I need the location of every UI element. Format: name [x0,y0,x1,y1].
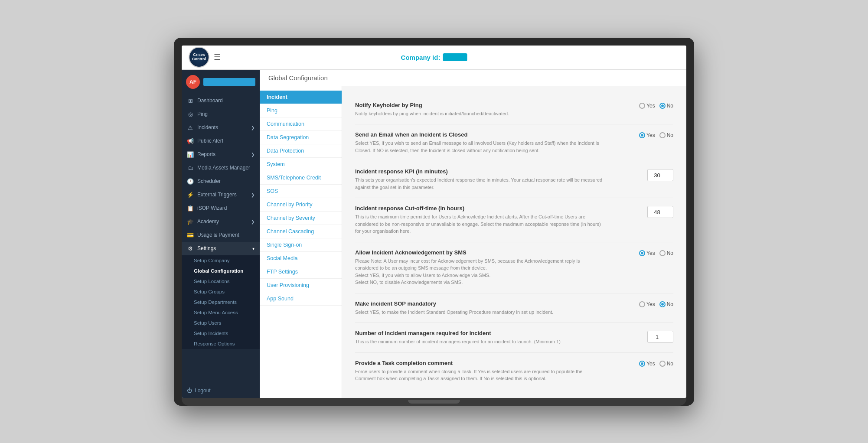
sidebar-item-scheduler[interactable]: 🕐 Scheduler [182,175,260,188]
radio-yes-sop-mandatory[interactable]: Yes [639,301,655,307]
input-cutoff-time[interactable] [647,206,673,218]
hamburger-icon[interactable]: ☰ [214,52,221,62]
sidebar-label-incidents: Incidents [197,124,218,130]
media-assets-icon: 🗂 [187,165,194,171]
subnav-setup-locations[interactable]: Setup Locations [182,276,260,287]
config-desc-response-kpi: This sets your organisation's expected I… [355,176,604,191]
config-text-ack-sms: Allow Incident Acknowledgement by SMS Pl… [355,249,604,286]
config-menu-app-sound[interactable]: App Sound [260,292,342,306]
radio-no-sop-mandatory[interactable]: No [659,301,673,307]
academy-arrow: ❯ [251,219,255,224]
config-text-cutoff-time: Incident response Cut-off-time (in hours… [355,205,604,235]
radio-no-notify-keyholder[interactable]: No [659,103,673,109]
config-menu-communication[interactable]: Communication [260,117,342,131]
config-menu-channel-cascading[interactable]: Channel Cascading [260,225,342,238]
config-row-cutoff-time: Incident response Cut-off-time (in hours… [355,198,673,242]
config-menu-data-segregation[interactable]: Data Segregation [260,131,342,144]
settings-arrow: ▾ [252,246,255,251]
logout-button[interactable]: ⏻ Logout [187,388,255,394]
sidebar-item-isop-wizard[interactable]: 📋 iSOP Wizard [182,202,260,215]
subnav-response-options[interactable]: Response Options [182,339,260,349]
config-control-task-comment: Yes No [613,360,673,367]
config-title-task-comment: Provide a Task completion comment [355,360,604,366]
config-menu-social-media[interactable]: Social Media [260,252,342,265]
radio-no-ack-sms[interactable]: No [659,250,673,256]
radio-btn-no-task-comment[interactable] [659,361,666,367]
config-text-managers-required: Number of incident managers required for… [355,330,604,345]
sidebar-item-public-alert[interactable]: 📢 Public Alert [182,134,260,148]
company-id-area: Company Id: [401,53,467,61]
content-area: Global Configuration Incident Ping Commu… [260,70,686,398]
main-layout: AF ⊞ Dashboard ◎ Ping ⚠ Incidents [182,70,686,398]
subnav-global-configuration[interactable]: Global Configuration [182,266,260,276]
sidebar-item-usage-payment[interactable]: 💳 Usage & Payment [182,228,260,242]
radio-yes-email-closed[interactable]: Yes [639,132,655,138]
sidebar-item-dashboard[interactable]: ⊞ Dashboard [182,94,260,107]
settings-icon: ⚙ [187,245,194,252]
sidebar-item-external-triggers[interactable]: ⚡ External Triggers ❯ [182,188,260,202]
radio-btn-yes-ack-sms[interactable] [639,250,645,256]
radio-no-task-comment[interactable]: No [659,361,673,367]
radio-btn-yes-sop-mandatory[interactable] [639,301,645,307]
input-managers-required[interactable] [647,331,673,343]
radio-yes-task-comment[interactable]: Yes [639,361,655,367]
sidebar-item-media-assets[interactable]: 🗂 Media Assets Manager [182,161,260,175]
radio-btn-no-email-closed[interactable] [659,132,666,138]
radio-btn-yes-email-closed[interactable] [639,132,645,138]
radio-yes-notify-keyholder[interactable]: Yes [639,103,655,109]
radio-btn-no-sop-mandatory[interactable] [659,301,666,307]
settings-submenu: Incident Ping Communication Data Segrega… [260,86,342,398]
config-menu-system[interactable]: System [260,158,342,171]
radio-yes-ack-sms[interactable]: Yes [639,250,655,256]
page-title: Global Configuration [268,74,328,81]
config-menu-channel-priority[interactable]: Channel by Priority [260,198,342,212]
sidebar-footer: ⏻ Logout [182,383,260,398]
sidebar-item-reports[interactable]: 📊 Reports ❯ [182,148,260,161]
sidebar-label-dashboard: Dashboard [197,98,223,104]
config-menu-channel-severity[interactable]: Channel by Severity [260,212,342,225]
config-desc-notify-keyholder: Notify keyholders by ping when incident … [355,110,604,117]
ping-icon: ◎ [187,111,194,117]
subnav-setup-company[interactable]: Setup Company [182,255,260,266]
subnav-setup-incidents[interactable]: Setup Incidents [182,328,260,339]
sidebar-label-media-assets: Media Assets Manager [197,165,250,171]
sidebar-item-ping[interactable]: ◎ Ping [182,107,260,121]
config-menu-ping[interactable]: Ping [260,104,342,117]
config-desc-managers-required: This is the minimum number of incident m… [355,338,604,345]
input-response-kpi[interactable] [647,169,673,181]
incidents-icon: ⚠ [187,124,194,131]
subnav-setup-departments[interactable]: Setup Departments [182,297,260,307]
sidebar-label-usage-payment: Usage & Payment [197,232,239,238]
sidebar-nav: ⊞ Dashboard ◎ Ping ⚠ Incidents ❯ 📢 Pu [182,94,260,383]
radio-btn-no-notify-keyholder[interactable] [659,103,666,109]
radio-btn-yes-task-comment[interactable] [639,361,645,367]
sidebar-item-settings[interactable]: ⚙ Settings ▾ [182,242,260,255]
sidebar-label-reports: Reports [197,151,215,157]
config-menu-incident[interactable]: Incident [260,91,342,104]
incidents-arrow: ❯ [251,125,255,130]
config-menu-single-signon[interactable]: Single Sign-on [260,238,342,252]
config-menu-user-provisioning[interactable]: User Provisioning [260,279,342,292]
radio-no-email-closed[interactable]: No [659,132,673,138]
scheduler-icon: 🕐 [187,178,194,185]
config-control-response-kpi [613,168,673,181]
sidebar-item-academy[interactable]: 🎓 Academy ❯ [182,215,260,228]
radio-btn-no-ack-sms[interactable] [659,250,666,256]
config-control-ack-sms: Yes No [613,249,673,256]
config-menu-sos[interactable]: SOS [260,185,342,198]
subnav-setup-users[interactable]: Setup Users [182,318,260,328]
config-menu-ftp-settings[interactable]: FTP Settings [260,265,342,279]
config-menu-sms-credit[interactable]: SMS/Telephone Credit [260,171,342,185]
subnav-setup-menu-access[interactable]: Setup Menu Access [182,307,260,318]
config-row-ack-sms: Allow Incident Acknowledgement by SMS Pl… [355,242,673,293]
radio-no-label-8: No [667,361,673,367]
radio-btn-yes-notify-keyholder[interactable] [639,103,645,109]
company-id-label: Company Id: [401,54,441,61]
config-title-sop-mandatory: Make incident SOP mandatory [355,300,604,307]
subnav-setup-groups[interactable]: Setup Groups [182,287,260,297]
config-text-email-closed: Send an Email when an Incident is Closed… [355,131,604,154]
config-desc-cutoff-time: This is the maximum time permitted for U… [355,213,604,235]
config-menu-data-protection[interactable]: Data Protection [260,144,342,158]
sidebar-item-incidents[interactable]: ⚠ Incidents ❯ [182,121,260,134]
config-desc-ack-sms: Please Note: A User may incur cost for A… [355,257,604,286]
